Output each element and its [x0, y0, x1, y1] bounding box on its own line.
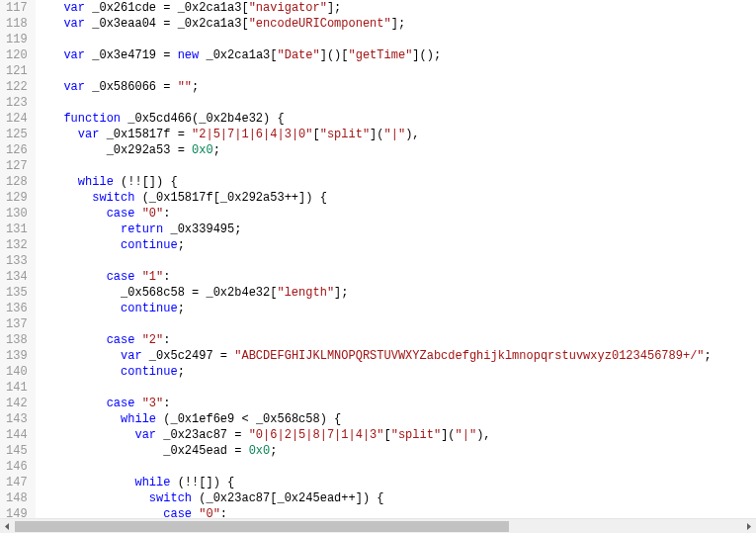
token-pun: ; — [705, 349, 712, 363]
line-number: 143 — [6, 411, 28, 427]
token-kw: case — [107, 207, 135, 221]
token-kw: var — [63, 17, 85, 31]
token-kw: while — [121, 412, 156, 426]
token-kw: while — [134, 476, 170, 489]
token-op: !! — [127, 175, 141, 189]
token-kw: return — [121, 222, 163, 236]
token-pun: ( — [178, 476, 185, 489]
token-id: _0x1ef6e9 — [170, 412, 234, 426]
token-kw: var — [121, 349, 142, 363]
token-kw: new — [178, 48, 200, 62]
token-kw: case — [107, 270, 135, 284]
token-id: _0x5c2497 — [149, 349, 213, 363]
code-line: switch (_0x15817f[_0x292a53++]) { — [36, 190, 756, 206]
code-line: return _0x339495; — [36, 222, 756, 237]
code-line: continue; — [36, 301, 756, 316]
token-id: _0x3eaa04 — [92, 17, 156, 31]
token-str: "split" — [320, 128, 370, 141]
token-pun: ) — [263, 112, 270, 126]
token-pun: () — [420, 48, 434, 62]
token-op: = — [163, 1, 170, 15]
token-id: _0x568c58 — [256, 412, 320, 426]
token-pun: : — [163, 207, 170, 221]
token-kw: continue — [121, 365, 178, 379]
token-str: "0" — [199, 507, 220, 518]
code-line: var _0x3e4719 = new _0x2ca1a3["Date"]()[… — [36, 47, 756, 63]
line-number: 138 — [6, 332, 28, 348]
scroll-right-button[interactable] — [741, 519, 756, 533]
token-num: 0x0 — [192, 143, 213, 157]
token-pun: { — [334, 412, 341, 426]
code-line: case "1": — [36, 269, 756, 285]
code-line: continue; — [36, 364, 756, 380]
code-line: _0x245ead = 0x0; — [36, 443, 756, 459]
token-kw: var — [63, 48, 85, 62]
line-number: 123 — [6, 95, 28, 111]
token-pun: ; — [334, 1, 341, 15]
code-line: case "0": — [36, 506, 756, 518]
token-kw: while — [78, 175, 114, 189]
code-line — [36, 253, 756, 269]
line-number: 136 — [6, 301, 28, 316]
line-number: 144 — [6, 427, 28, 443]
token-pun: ] — [356, 491, 363, 505]
token-pun: ) — [363, 491, 370, 505]
token-pun: : — [163, 333, 170, 347]
code-line: while (!![]) { — [36, 174, 756, 190]
code-line: case "3": — [36, 396, 756, 411]
token-id: _0x568c58 — [121, 286, 185, 300]
token-pun: , — [483, 428, 490, 442]
line-number: 119 — [6, 32, 28, 47]
horizontal-scrollbar[interactable] — [0, 518, 756, 533]
token-op: = — [234, 428, 241, 442]
line-number: 133 — [6, 253, 28, 269]
token-pun: [] — [199, 476, 212, 489]
line-number: 137 — [6, 316, 28, 332]
token-kw: continue — [121, 238, 178, 252]
line-number: 128 — [6, 174, 28, 190]
token-op: = — [163, 48, 170, 62]
token-pun: { — [277, 112, 284, 126]
token-str: "|" — [384, 128, 406, 141]
code-line: var _0x15817f = "2|5|7|1|6|4|3|0"["split… — [36, 127, 756, 142]
line-number: 125 — [6, 127, 28, 142]
token-pun: ( — [448, 428, 455, 442]
token-kw: continue — [121, 302, 178, 315]
token-kw: var — [78, 128, 100, 141]
token-pun: , — [412, 128, 419, 141]
token-op: ++ — [341, 491, 355, 505]
token-pun: ( — [377, 128, 383, 141]
token-id: _0x2b4e32 — [206, 286, 270, 300]
token-kw: var — [134, 428, 156, 442]
token-pun: ) — [305, 191, 312, 205]
token-pun: [ — [384, 428, 391, 442]
token-pun: ; — [178, 302, 185, 315]
token-pun: ( — [142, 191, 149, 205]
token-pun: [] — [142, 175, 156, 189]
line-number-gutter: 1171181191201211221231241251261271281291… — [0, 0, 36, 518]
scrollbar-track[interactable] — [15, 519, 741, 533]
token-pun: ] — [320, 48, 327, 62]
token-str: "length" — [277, 286, 334, 300]
token-str: "0|6|2|5|8|7|1|4|3" — [249, 428, 384, 442]
line-number: 134 — [6, 269, 28, 285]
token-pun: [ — [241, 17, 248, 31]
token-kw: var — [63, 1, 85, 15]
scrollbar-thumb[interactable] — [15, 521, 509, 532]
token-str: "3" — [142, 397, 164, 410]
code-area[interactable]: var _0x261cde = _0x2ca1a3["navigator"]; … — [36, 0, 756, 518]
line-number: 142 — [6, 396, 28, 411]
line-number: 117 — [6, 0, 28, 16]
scroll-left-button[interactable] — [0, 519, 15, 533]
code-line: _0x292a53 = 0x0; — [36, 142, 756, 158]
token-pun: () — [327, 48, 341, 62]
token-str: "" — [178, 80, 192, 94]
token-pun: : — [220, 507, 227, 518]
token-str: "1" — [142, 270, 164, 284]
token-op: = — [163, 17, 170, 31]
code-line — [36, 63, 756, 79]
token-id: _0x245ead — [163, 444, 227, 458]
code-line: while (_0x1ef6e9 < _0x568c58) { — [36, 411, 756, 427]
token-pun: ; — [213, 143, 220, 157]
token-pun: ) — [320, 412, 327, 426]
